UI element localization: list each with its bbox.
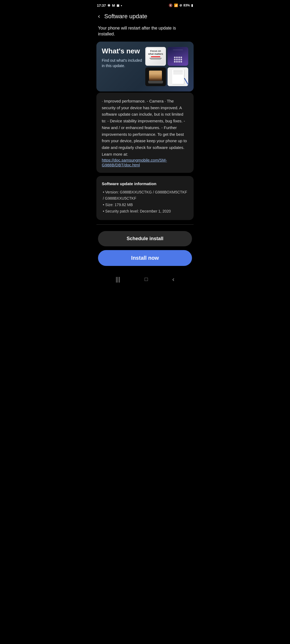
divider <box>96 224 194 225</box>
whats-new-text: What's new Find out what's included in t… <box>102 47 145 68</box>
mute-icon: 🔇 <box>169 3 173 7</box>
description-text: · Improved performance. - Camera · The s… <box>102 99 187 156</box>
snowflake-icon: ❄ <box>107 3 110 8</box>
wifi-icon: 📶 <box>174 3 178 7</box>
whats-new-title: What's new <box>102 47 145 55</box>
buttons-container: Schedule install Install now <box>93 231 197 270</box>
battery-label: 83% <box>183 3 190 7</box>
recents-nav-icon[interactable]: ||| <box>115 276 120 283</box>
info-card-title: Software update information <box>102 181 188 186</box>
page-title: Software update <box>104 13 147 20</box>
no-disturb-icon: ⊘ <box>179 3 182 7</box>
size-info: • Size: 179.82 MB <box>102 202 188 208</box>
restart-notice: Your phone will restart after the update… <box>93 24 197 42</box>
dot-indicator: • <box>121 3 122 8</box>
status-bar-right: 🔇 📶 ⊘ 83% ▮ <box>169 3 193 7</box>
version-info: • Version: G988BXXU5CTKG / G988BOXM5CTKF… <box>102 189 188 202</box>
schedule-install-button[interactable]: Schedule install <box>98 231 192 246</box>
install-now-button[interactable]: Install now <box>98 250 192 266</box>
home-nav-icon[interactable]: □ <box>145 276 148 282</box>
time: 17:37 <box>97 3 106 8</box>
nav-bar: ||| □ ‹ <box>93 272 197 286</box>
description-card: · Improved performance. - Camera · The s… <box>96 93 194 173</box>
battery-icon: ▮ <box>191 3 193 7</box>
info-card: Software update information • Version: G… <box>96 176 194 220</box>
whats-new-images: Focus onwhat matters <box>145 47 188 86</box>
preview-image-3 <box>145 67 166 86</box>
whats-new-card: What's new Find out what's included in t… <box>96 42 194 92</box>
security-patch-info: • Security patch level: December 1, 2020 <box>102 208 188 215</box>
back-button[interactable]: ‹ <box>97 12 101 21</box>
preview-image-1: Focus onwhat matters <box>145 47 166 66</box>
status-bar-left: 17:37 ❄ M ▦ • <box>97 3 122 8</box>
gmail-icon: M <box>112 3 115 8</box>
calendar-icon: ▦ <box>117 4 119 7</box>
whats-new-subtitle: Find out what's included in this update. <box>102 58 145 68</box>
preview-image-4 <box>168 67 188 86</box>
status-bar: 17:37 ❄ M ▦ • 🔇 📶 ⊘ 83% ▮ <box>93 0 197 10</box>
samsung-link[interactable]: https://doc.samsungmobile.com/SM-G988B/D… <box>102 158 167 167</box>
preview-image-2 <box>168 47 188 66</box>
back-nav-icon[interactable]: ‹ <box>172 276 175 283</box>
header: ‹ Software update <box>93 10 197 24</box>
